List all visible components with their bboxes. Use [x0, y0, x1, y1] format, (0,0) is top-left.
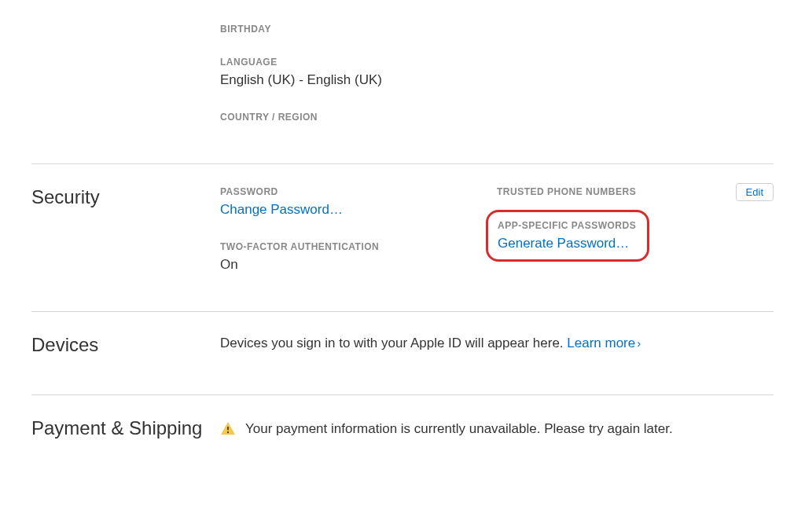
twofactor-label: TWO-FACTOR AUTHENTICATION: [220, 241, 497, 252]
change-password-link[interactable]: Change Password…: [220, 202, 343, 217]
payment-body: Your payment information is currently un…: [220, 417, 774, 440]
svg-rect-0: [227, 426, 229, 430]
payment-title: Payment & Shipping: [31, 417, 220, 440]
devices-title: Devices: [31, 334, 220, 357]
svg-point-1: [227, 431, 229, 433]
appspecific-field: APP-SPECIFIC PASSWORDS Generate Password…: [497, 219, 774, 254]
learn-more-link[interactable]: Learn more ›: [567, 336, 641, 350]
learn-more-text: Learn more: [567, 336, 635, 350]
account-section: BIRTHDAY LANGUAGE English (UK) - English…: [31, 24, 774, 163]
country-label: COUNTRY / REGION: [220, 112, 497, 123]
country-field: COUNTRY / REGION: [220, 112, 497, 123]
twofactor-value: On: [220, 255, 497, 274]
trusted-label: TRUSTED PHONE NUMBERS: [497, 186, 774, 197]
warning-icon: [220, 421, 236, 437]
password-label: PASSWORD: [220, 186, 497, 197]
settings-container: BIRTHDAY LANGUAGE English (UK) - English…: [0, 0, 805, 478]
devices-text: Devices you sign in to with your Apple I…: [220, 334, 641, 357]
birthday-label: BIRTHDAY: [220, 24, 497, 35]
security-title: Security: [31, 186, 220, 274]
account-body: BIRTHDAY LANGUAGE English (UK) - English…: [220, 24, 774, 126]
security-body: Edit PASSWORD Change Password… TWO-FACTO…: [220, 186, 774, 274]
chevron-right-icon: ›: [637, 335, 641, 351]
highlight-annotation: APP-SPECIFIC PASSWORDS Generate Password…: [486, 210, 649, 262]
security-col-right: TRUSTED PHONE NUMBERS APP-SPECIFIC PASSW…: [497, 186, 774, 274]
password-field: PASSWORD Change Password…: [220, 186, 497, 219]
security-section: Security Edit PASSWORD Change Password… …: [31, 163, 774, 312]
devices-message: Devices you sign in to with your Apple I…: [220, 336, 567, 350]
payment-warning-text: Your payment information is currently un…: [245, 421, 673, 437]
language-value: English (UK) - English (UK): [220, 71, 497, 90]
devices-section: Devices Devices you sign in to with your…: [31, 311, 774, 394]
language-field: LANGUAGE English (UK) - English (UK): [220, 57, 497, 90]
generate-password-link[interactable]: Generate Password…: [498, 236, 629, 251]
account-title: [31, 24, 220, 126]
language-label: LANGUAGE: [220, 57, 497, 68]
payment-section: Payment & Shipping Your payment informat…: [31, 394, 774, 478]
birthday-field: BIRTHDAY: [220, 24, 497, 35]
account-col-right: [497, 24, 774, 126]
edit-button[interactable]: Edit: [736, 183, 774, 201]
account-col: BIRTHDAY LANGUAGE English (UK) - English…: [220, 24, 497, 126]
appspecific-label: APP-SPECIFIC PASSWORDS: [498, 220, 636, 231]
devices-body: Devices you sign in to with your Apple I…: [220, 334, 774, 357]
trusted-field: TRUSTED PHONE NUMBERS: [497, 186, 774, 197]
twofactor-field: TWO-FACTOR AUTHENTICATION On: [220, 241, 497, 274]
security-col-left: PASSWORD Change Password… TWO-FACTOR AUT…: [220, 186, 497, 274]
payment-row: Your payment information is currently un…: [220, 417, 673, 440]
